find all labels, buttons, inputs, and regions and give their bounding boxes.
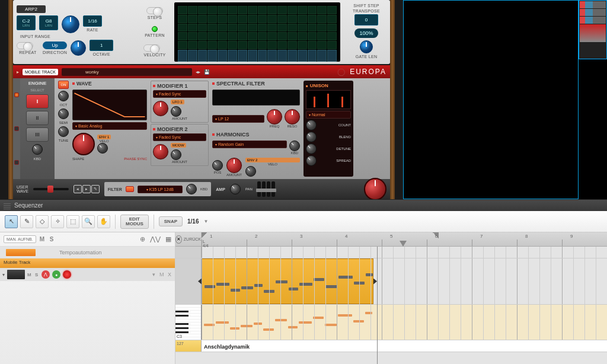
grip-icon[interactable]	[4, 202, 11, 209]
harm-amount-knob[interactable]	[226, 158, 242, 173]
mod1-amount-knob[interactable]	[153, 101, 168, 116]
snap-toggle[interactable]: SNAP	[159, 216, 183, 226]
arp-direction[interactable]: Up	[43, 41, 67, 49]
track-name[interactable]: Mobile Track	[0, 258, 175, 268]
engine-btn-3[interactable]: III	[26, 127, 49, 142]
shape-velo-knob[interactable]	[97, 143, 108, 154]
amp-env-sliders[interactable]	[257, 181, 275, 197]
patch-save-icon[interactable]: 💾	[204, 69, 210, 75]
engine-led-3[interactable]	[14, 160, 19, 165]
master-ms[interactable]: M S	[40, 236, 56, 242]
engine-btn-1[interactable]: I	[26, 94, 49, 108]
semi-knob[interactable]	[58, 108, 69, 119]
pencil-tool[interactable]: ✎	[20, 215, 33, 228]
detune-knob[interactable]	[306, 143, 317, 154]
arp-repeat-toggle[interactable]	[17, 42, 33, 49]
clip-lane[interactable]	[175, 258, 607, 305]
sequencer-titlebar[interactable]: Sequenzer	[0, 199, 607, 211]
arp-steps-toggle[interactable]	[146, 7, 163, 14]
arrange-view[interactable]: ✕ ZURÜCK L 4/4 123456789	[175, 232, 607, 364]
harm-pos-knob[interactable]	[212, 160, 223, 171]
pointer-tool[interactable]: ↖	[5, 215, 18, 228]
filter-on[interactable]	[126, 186, 134, 192]
track-input-icon[interactable]: ●	[52, 270, 60, 279]
velocity-lane[interactable]: 127 Anschlagdynamik	[175, 340, 607, 352]
arp-octave-knob[interactable]	[71, 40, 86, 56]
engine-led-2[interactable]	[14, 126, 19, 131]
piano-roll-lane[interactable]: C3	[175, 305, 607, 340]
mod1-type[interactable]: Faded Sync	[153, 90, 206, 98]
record-arm-icon[interactable]	[63, 270, 71, 279]
piano-keyboard[interactable]: C3	[175, 305, 202, 340]
patch-browse-icon[interactable]: ◂▸	[196, 69, 200, 75]
timeline-ruler[interactable]: ✕ ZURÜCK L 4/4 123456789	[175, 232, 607, 247]
user-wave-slider[interactable]	[33, 188, 69, 190]
master-volume-knob[interactable]	[364, 178, 386, 200]
track-mx[interactable]: ▾ M X	[152, 272, 172, 277]
pan-knob[interactable]	[230, 184, 241, 194]
mod2-type[interactable]: Faded Sync	[153, 133, 206, 141]
arp-gate-knob[interactable]	[360, 40, 373, 53]
blend-knob[interactable]	[306, 132, 317, 142]
sp-kbd-knob[interactable]	[289, 141, 300, 151]
eraser-tool[interactable]: ◇	[36, 215, 49, 228]
engine-kbd-knob[interactable]	[32, 144, 43, 155]
mod2-mod-knob[interactable]	[171, 149, 181, 160]
arp-rate-display[interactable]: 1/16	[83, 15, 102, 27]
magnify-tool[interactable]: 🔍	[82, 215, 95, 228]
engine-btn-2[interactable]: II	[26, 111, 49, 125]
uw-edit-icon[interactable]: ✎	[91, 185, 100, 193]
arp-rate-knob[interactable]	[62, 15, 79, 33]
uw-prev-icon[interactable]: ◂	[74, 185, 82, 193]
arp-gate-display[interactable]: 100%	[354, 28, 378, 38]
snap-dropdown-icon[interactable]: ▼	[203, 219, 208, 224]
harmonics-type[interactable]: Random Gain	[212, 141, 287, 148]
tempo-track[interactable]: Tempoautomation	[0, 247, 175, 258]
automation-icon[interactable]: ⋀⋁	[150, 235, 161, 243]
razor-tool[interactable]: ✧	[51, 215, 64, 228]
arp-transpose[interactable]: 0	[354, 14, 378, 25]
arp-pattern-led[interactable]	[152, 26, 158, 32]
snap-value[interactable]: 1/16	[185, 218, 201, 225]
engine-led-1[interactable]	[14, 92, 19, 97]
spread-knob[interactable]	[306, 155, 317, 166]
device-thumbnail[interactable]	[7, 270, 25, 279]
freq-knob[interactable]	[267, 109, 282, 124]
reso-knob[interactable]	[285, 109, 300, 124]
loop-start-marker[interactable]	[202, 232, 207, 238]
wave-display[interactable]	[72, 90, 147, 120]
spectral-type[interactable]: LP 12	[212, 115, 264, 123]
mod2-modw[interactable]: MODW	[171, 143, 186, 148]
spectral-display[interactable]	[212, 90, 300, 106]
tune-knob[interactable]	[58, 126, 69, 137]
shape-knob[interactable]	[72, 133, 95, 155]
sp-velo-knob[interactable]	[245, 166, 256, 177]
arp-velocity-toggle[interactable]	[143, 44, 160, 52]
arp-octave-display[interactable]: 1	[90, 40, 113, 51]
osc-on[interactable]: ON	[58, 81, 69, 89]
mod2-amount-knob[interactable]	[153, 144, 168, 159]
unison-algo[interactable]: Normal	[306, 111, 351, 119]
edit-mode-button[interactable]: EDIT MODUS	[120, 215, 149, 229]
song-end-marker[interactable]	[400, 241, 407, 247]
patch-name[interactable]: wonky	[62, 68, 192, 76]
shape-env[interactable]: ENV 1	[97, 135, 111, 139]
tempo-lane[interactable]	[175, 247, 607, 258]
arp-range-low[interactable]: C-2LRN	[17, 15, 36, 30]
arp-step-sequencer[interactable]	[174, 2, 340, 62]
oct-knob[interactable]	[58, 91, 69, 101]
sp-env[interactable]: ENV 2	[245, 158, 300, 162]
back-icon[interactable]: ✕	[175, 235, 182, 244]
view-icon[interactable]: ▦	[165, 235, 171, 243]
add-track-icon[interactable]: ⊕	[140, 235, 145, 243]
man-aufn-badge[interactable]: MAN. AUFNB.	[4, 235, 36, 243]
rack-minimap[interactable]	[579, 0, 607, 59]
mod1-lfo[interactable]: LFO 1	[171, 100, 184, 104]
track-ms[interactable]: M S	[27, 272, 39, 277]
track-expand-icon[interactable]: ▾	[2, 272, 5, 277]
track-automation-icon[interactable]: ⋀	[41, 270, 50, 279]
mod1-mod-knob[interactable]	[171, 106, 181, 117]
uw-next-icon[interactable]: ▸	[82, 185, 91, 193]
mute-tool[interactable]: ⬚	[66, 215, 79, 228]
wave-algo[interactable]: Basic Analog	[72, 122, 147, 130]
